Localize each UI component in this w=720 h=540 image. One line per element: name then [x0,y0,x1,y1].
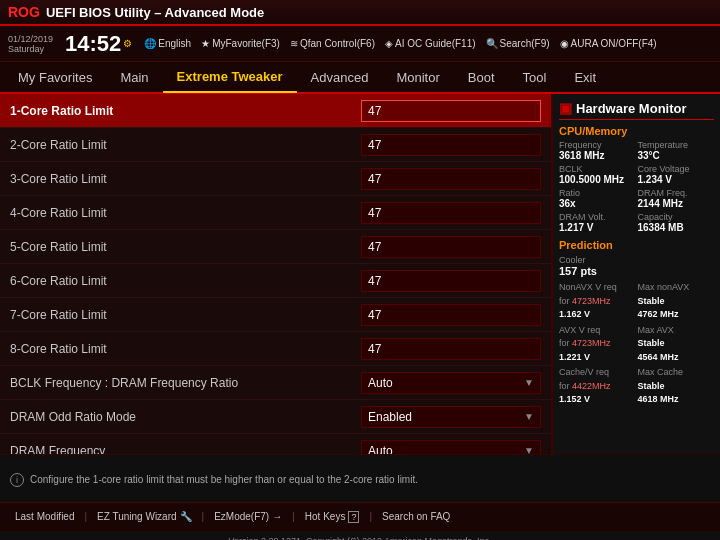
dropdown-arrow-icon2: ▼ [524,411,534,422]
version-text: Version 2.20.1271. Copyright (C) 2019 Am… [218,536,501,540]
tab-favorites[interactable]: My Favorites [4,61,106,93]
title-bar: ROG UEFI BIOS Utility – Advanced Mode [0,0,720,26]
time-display: 14:52 [65,33,121,55]
day-display: Saturday [8,44,53,54]
dram-odd-dropdown[interactable]: Enabled ▼ [361,406,541,428]
search-icon: 🔍 [486,38,498,49]
prediction-title: Prediction [559,239,714,251]
english-button[interactable]: 🌐 English [144,38,191,49]
setting-row-core2[interactable]: 2-Core Ratio Limit 47 [0,128,551,162]
setting-row-dram-odd[interactable]: DRAM Odd Ratio Mode Enabled ▼ [0,400,551,434]
tab-main[interactable]: Main [106,61,162,93]
tab-boot[interactable]: Boot [454,61,509,93]
ez-tuning-button[interactable]: EZ Tuning Wizard 🔧 [97,511,191,522]
core8-label: 8-Core Ratio Limit [10,342,361,356]
dropdown-arrow-icon3: ▼ [524,445,534,454]
core-voltage-item: Core Voltage 1.234 V [638,164,715,185]
bclk-voltage-group: BCLK 100.5000 MHz Core Voltage 1.234 V [559,164,714,185]
setting-row-core3[interactable]: 3-Core Ratio Limit 47 [0,162,551,196]
core6-label: 6-Core Ratio Limit [10,274,361,288]
core3-label: 3-Core Ratio Limit [10,172,361,186]
max-avx-item: Max AVX Stable 4564 MHz [638,324,715,365]
aura-button[interactable]: ◉ AURA ON/OFF(F4) [560,38,657,49]
cooler-row: Cooler 157 pts [559,254,714,277]
status-bar: i Configure the 1-core ratio limit that … [0,454,720,502]
status-info: i Configure the 1-core ratio limit that … [0,469,720,489]
ratio-value: 36x [559,198,636,209]
last-modified-button[interactable]: Last Modified [15,511,74,522]
main-content: 1-Core Ratio Limit 47 2-Core Ratio Limit… [0,94,720,454]
bclk-dropdown[interactable]: Auto ▼ [361,372,541,394]
bclk-item: BCLK 100.5000 MHz [559,164,636,185]
arrow-icon: → [272,511,282,522]
dropdown-arrow-icon: ▼ [524,377,534,388]
capacity-value: 16384 MB [638,222,715,233]
core2-label: 2-Core Ratio Limit [10,138,361,152]
settings-gear-icon[interactable]: ⚙ [123,38,132,49]
nonavx-req-item: NonAVX V req for 4723MHz 1.162 V [559,281,636,322]
core6-value[interactable]: 47 [361,270,541,292]
dram-volt-item: DRAM Volt. 1.217 V [559,212,636,233]
max-cache-item: Max Cache Stable 4618 MHz [638,366,715,407]
max-nonavx-item: Max nonAVX Stable 4762 MHz [638,281,715,322]
core1-label: 1-Core Ratio Limit [10,104,361,118]
datetime: 01/12/2019 Saturday [8,34,53,54]
star-icon: ★ [201,38,210,49]
setting-row-core6[interactable]: 6-Core Ratio Limit 47 [0,264,551,298]
tab-tool[interactable]: Tool [509,61,561,93]
ratio-item: Ratio 36x [559,188,636,209]
ezmode-button[interactable]: EzMode(F7) → [214,511,282,522]
setting-row-bclk[interactable]: BCLK Frequency : DRAM Frequency Ratio Au… [0,366,551,400]
core7-label: 7-Core Ratio Limit [10,308,361,322]
dram-freq-label: DRAM Frequency [10,444,361,455]
cooler-pts-value: 157 pts [559,265,597,277]
dram-freq-dropdown[interactable]: Auto ▼ [361,440,541,455]
hotkeys-button[interactable]: Hot Keys ? [305,511,360,523]
date-display: 01/12/2019 [8,34,53,44]
setting-row-core1[interactable]: 1-Core Ratio Limit 47 [0,94,551,128]
status-text: Configure the 1-core ratio limit that mu… [30,474,418,485]
cpu-memory-title: CPU/Memory [559,125,714,137]
bclk-value: 100.5000 MHz [559,174,636,185]
frequency-value: 3618 MHz [559,150,636,161]
setting-row-dram-freq[interactable]: DRAM Frequency Auto ▼ [0,434,551,454]
temperature-value: 33°C [638,150,715,161]
core4-value[interactable]: 47 [361,202,541,224]
hw-monitor-title: ▣ Hardware Monitor [559,100,714,120]
tab-exit[interactable]: Exit [560,61,610,93]
setting-row-core8[interactable]: 8-Core Ratio Limit 47 [0,332,551,366]
core3-value[interactable]: 47 [361,168,541,190]
myfavorites-button[interactable]: ★ MyFavorite(F3) [201,38,280,49]
qfan-button[interactable]: ≋ Qfan Control(F6) [290,38,375,49]
prediction-details: NonAVX V req for 4723MHz 1.162 V Max non… [559,281,714,407]
info-icons-bar: 🌐 English ★ MyFavorite(F3) ≋ Qfan Contro… [144,38,656,49]
dram-freq-item: DRAM Freq. 2144 MHz [638,188,715,209]
dram-volt-value: 1.217 V [559,222,636,233]
tab-extreme-tweaker[interactable]: Extreme Tweaker [163,61,297,93]
ai-icon: ◈ [385,38,393,49]
core7-value[interactable]: 47 [361,304,541,326]
core8-value[interactable]: 47 [361,338,541,360]
frequency-item: Frequency 3618 MHz [559,140,636,161]
monitor-icon: ▣ [559,100,572,116]
search-button[interactable]: 🔍 Search(F9) [486,38,550,49]
core2-value[interactable]: 47 [361,134,541,156]
setting-row-core5[interactable]: 5-Core Ratio Limit 47 [0,230,551,264]
dram-freq-value: 2144 MHz [638,198,715,209]
setting-row-core4[interactable]: 4-Core Ratio Limit 47 [0,196,551,230]
tab-monitor[interactable]: Monitor [382,61,453,93]
core1-value[interactable]: 47 [361,100,541,122]
core5-value[interactable]: 47 [361,236,541,258]
language-icon: 🌐 [144,38,156,49]
setting-row-core7[interactable]: 7-Core Ratio Limit 47 [0,298,551,332]
dram-volt-cap-group: DRAM Volt. 1.217 V Capacity 16384 MB [559,212,714,233]
info-bar: 01/12/2019 Saturday 14:52 ⚙ 🌐 English ★ … [0,26,720,62]
wizard-icon: 🔧 [180,511,192,522]
core4-label: 4-Core Ratio Limit [10,206,361,220]
ratio-dram-group: Ratio 36x DRAM Freq. 2144 MHz [559,188,714,209]
search-faq-button[interactable]: Search on FAQ [382,511,450,522]
aioc-button[interactable]: ◈ AI OC Guide(F11) [385,38,476,49]
tab-advanced[interactable]: Advanced [297,61,383,93]
aura-icon: ◉ [560,38,569,49]
hotkeys-badge: ? [348,511,359,523]
